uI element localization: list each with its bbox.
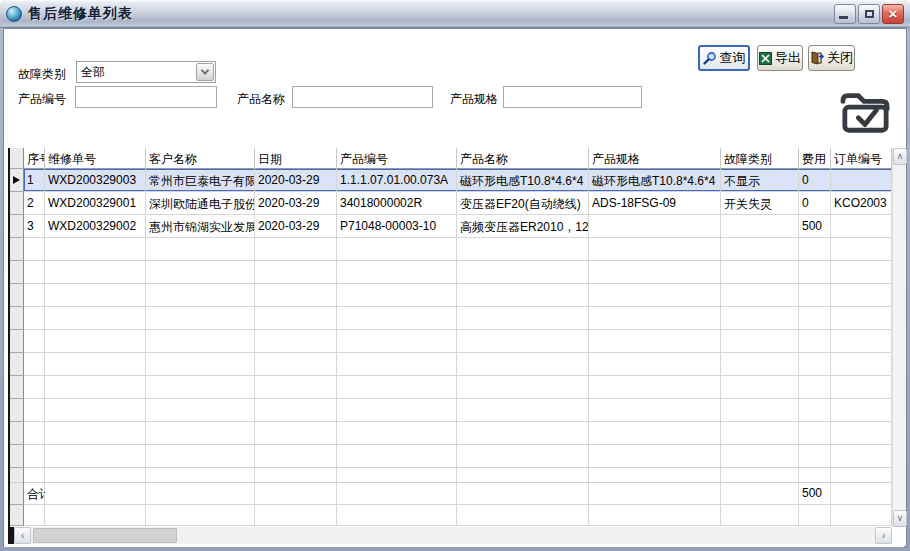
folder-check-icon [836,88,894,136]
row-indicator-cell [10,353,24,376]
minimize-button[interactable] [834,4,856,24]
combo-dropdown-button[interactable] [196,63,214,81]
column-header[interactable]: 产品名称 [457,148,589,169]
grid-cell [24,376,45,399]
grid-cell [589,399,721,422]
row-indicator-cell [10,238,24,261]
grid-cell [24,505,45,526]
grid-cell [589,482,721,505]
grid-cell [24,238,45,261]
column-header[interactable]: 订单编号 [831,148,892,169]
grid-cell [45,307,146,330]
scroll-down-button[interactable]: ∨ [893,510,907,527]
scroll-right-button[interactable]: › [875,527,892,544]
grid-cell: 2020-03-29 [255,192,337,215]
column-header[interactable]: 维修单号 [45,148,146,169]
grid-cell [337,238,457,261]
grid-cell [831,215,892,238]
maximize-button[interactable] [858,4,880,24]
grid-cell [589,284,721,307]
grid-cell: 常州市巨泰电子有限 [146,169,255,192]
close-button[interactable]: × [882,4,904,24]
grid-cell [45,238,146,261]
grid-cell [721,445,799,468]
grid-cell [337,505,457,526]
grid-cell: 2020-03-29 [255,169,337,192]
grid-cell [45,445,146,468]
grid-cell [831,422,892,445]
grid-cell [457,353,589,376]
grid-cell: WXD200329002 [45,215,146,238]
column-header[interactable]: 费用 [799,148,831,169]
grid-cell [589,505,721,526]
grid-cell [831,353,892,376]
row-indicator-cell [10,330,24,353]
grid-cell [146,468,255,482]
grid-cell: 2020-03-29 [255,215,337,238]
horizontal-scroll-thumb[interactable] [33,528,177,543]
grid-cell [255,468,337,482]
grid-cell [831,376,892,399]
grid-cell [337,261,457,284]
column-header[interactable]: 故障类别 [721,148,799,169]
grid-cell [799,353,831,376]
grid-cell [589,468,721,482]
grid-cell [721,284,799,307]
vertical-scrollbar[interactable]: ∧ ∨ [892,148,906,527]
grid-cell [799,468,831,482]
column-header[interactable]: 客户名称 [146,148,255,169]
grid-cell [589,353,721,376]
grid-cell: 3 [24,215,45,238]
close-window-button[interactable]: 关闭 [808,45,855,71]
grid-cell [255,505,337,526]
grid-cell [799,330,831,353]
grid-cell [457,238,589,261]
close-icon: × [889,6,898,21]
column-header[interactable]: 序号 [24,148,45,169]
grid-cell [255,353,337,376]
grid-cell [721,505,799,526]
fault-category-value: 全部 [77,64,196,81]
horizontal-scrollbar[interactable]: ‹ › [8,527,892,544]
column-header[interactable]: 产品规格 [589,148,721,169]
grid-cell [24,307,45,330]
grid-cell [457,399,589,422]
scroll-left-button[interactable]: ‹ [14,527,31,544]
maximize-icon [865,10,874,18]
grid-cell [721,215,799,238]
column-header[interactable]: 产品编号 [337,148,457,169]
product-name-input[interactable] [292,86,433,108]
scroll-up-button[interactable]: ∧ [893,148,907,165]
query-button[interactable]: 查询 [698,45,750,71]
column-header[interactable]: 日期 [255,148,337,169]
product-spec-input[interactable] [503,86,642,108]
grid-cell [24,284,45,307]
grid-header-row: 序号维修单号客户名称日期产品编号产品名称产品规格故障类别费用订单编号 [10,148,892,169]
grid-cell [589,215,721,238]
product-no-input[interactable] [75,86,217,108]
grid-cell [255,307,337,330]
grid-cell [831,261,892,284]
product-no-label: 产品编号 [18,91,66,108]
grid-cell [831,505,892,526]
table-row[interactable]: 1WXD200329003常州市巨泰电子有限2020-03-291.1.1.07… [10,169,892,192]
grid-cell [45,353,146,376]
grid-cell [799,399,831,422]
grid-cell: 深圳欧陆通电子股份 [146,192,255,215]
empty-row [10,261,892,284]
row-indicator-cell [10,192,24,215]
grid-cell [337,399,457,422]
grid-cell [146,376,255,399]
grid-cell: 1 [24,169,45,192]
table-row[interactable]: 2WXD200329001深圳欧陆通电子股份2020-03-2934018000… [10,192,892,215]
row-indicator-cell [10,261,24,284]
export-button[interactable]: 导出 [757,45,803,71]
fault-category-select[interactable]: 全部 [76,61,216,83]
empty-row [10,238,892,261]
grid-cell [337,353,457,376]
total-fee-cell: 500 [799,482,831,505]
grid-cell [337,376,457,399]
grid-cell [24,468,45,482]
table-row[interactable]: 3WXD200329002惠州市锦湖实业发展2020-03-29P71048-0… [10,215,892,238]
grid-cell [831,482,892,505]
